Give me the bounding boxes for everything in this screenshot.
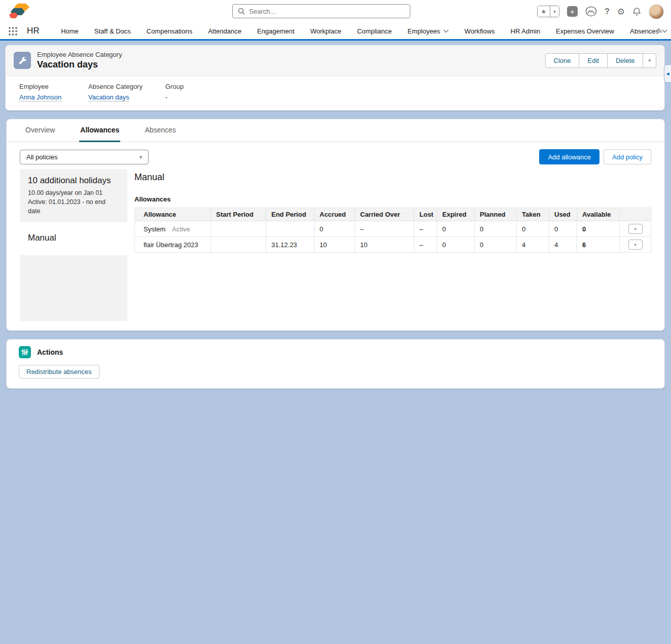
allowances-card: Overview Allowances Absences All policie…: [6, 119, 665, 331]
allowances-table-title: Allowances: [134, 195, 651, 203]
redistribute-absences-button[interactable]: Redistribute absences: [19, 365, 99, 379]
col-allowance: Allowance: [135, 208, 211, 221]
nav-item-employees[interactable]: Employees: [408, 27, 449, 35]
add-policy-button[interactable]: Add policy: [604, 149, 651, 164]
guidance-center-icon[interactable]: [585, 6, 597, 17]
record-title: Vacation days: [37, 59, 122, 70]
tab-bar: Overview Allowances Absences: [7, 119, 664, 142]
flair-logo-icon[interactable]: [9, 3, 30, 20]
nav-item-compensations[interactable]: Compensations: [147, 27, 192, 35]
app-launcher-icon[interactable]: [8, 26, 18, 36]
edit-nav-pencil-icon[interactable]: ✎: [657, 27, 663, 35]
app-name: HR: [27, 26, 40, 36]
nav-item-staff-docs[interactable]: Staff & Docs: [94, 27, 131, 35]
employee-link[interactable]: Anna Johnson: [19, 93, 61, 101]
select-caret-icon: ▾: [139, 154, 142, 160]
global-actions-plus-icon[interactable]: +: [567, 6, 578, 17]
global-search: [232, 4, 410, 18]
global-header: ★ ▾ + ? ⚙: [0, 0, 671, 23]
chevron-down-icon: [443, 29, 449, 33]
add-allowance-button[interactable]: Add allowance: [539, 149, 599, 164]
policy-filter-select[interactable]: All policies ▾: [20, 150, 149, 164]
search-icon: [238, 8, 245, 15]
col-row-actions: [620, 208, 651, 221]
nav-items: Home Staff & Docs Compensations Attendan…: [61, 27, 671, 35]
field-label-group: Group: [165, 83, 184, 90]
table-row: SystemActive 0 – – 0 0 0 0 0 ▾: [135, 221, 651, 237]
row-actions-dropdown-icon[interactable]: ▾: [628, 224, 643, 234]
nav-item-attendance[interactable]: Attendance: [208, 27, 241, 35]
policy-detail-heading: Manual: [134, 169, 651, 183]
policy-item-manual[interactable]: Manual: [20, 223, 127, 255]
allowances-table: Allowance Start Period End Period Accrue…: [134, 208, 651, 253]
actions-sliders-icon: [19, 346, 31, 358]
group-value: -: [165, 93, 167, 101]
search-input[interactable]: [249, 8, 405, 15]
tab-overview[interactable]: Overview: [24, 119, 56, 142]
nav-item-expenses-overview[interactable]: Expenses Overview: [556, 27, 614, 35]
policy-detail: Manual Allowances Allowance Start Period…: [127, 169, 651, 321]
col-planned: Planned: [475, 208, 517, 221]
tab-allowances[interactable]: Allowances: [79, 119, 120, 142]
col-start-period: Start Period: [211, 208, 266, 221]
help-icon[interactable]: ?: [605, 7, 610, 16]
record-entity-label: Employee Absence Category: [37, 51, 122, 58]
favorites-star-icon[interactable]: ★: [538, 6, 550, 17]
col-available: Available: [577, 208, 620, 221]
favorites-group: ★ ▾: [537, 6, 559, 17]
row-actions-dropdown-icon[interactable]: ▾: [628, 240, 643, 250]
field-label-absence-category: Absence Category: [88, 83, 165, 90]
actions-title: Actions: [37, 348, 63, 356]
clone-button[interactable]: Clone: [545, 53, 580, 68]
col-accrued: Accrued: [314, 208, 355, 221]
policy-list: 10 additional holidays 10.00 days/year o…: [20, 169, 127, 321]
table-row: flair Übertrag 2023 31.12.23 10 10 – 0 0…: [135, 237, 651, 253]
nav-item-hr-admin[interactable]: HR Admin: [511, 27, 541, 35]
caret-left-icon: ◀: [666, 72, 669, 76]
nav-item-home[interactable]: Home: [61, 27, 79, 35]
record-fields: Employee Anna Johnson Absence Category V…: [6, 76, 664, 110]
absence-category-object-icon: [14, 52, 31, 69]
col-used: Used: [549, 208, 577, 221]
notifications-bell-icon[interactable]: [632, 7, 641, 16]
record-actions-dropdown-icon[interactable]: ▾: [643, 53, 656, 68]
table-header-row: Allowance Start Period End Period Accrue…: [135, 208, 651, 221]
header-actions: ★ ▾ + ? ⚙: [537, 0, 664, 23]
user-avatar[interactable]: [649, 4, 664, 19]
col-lost: Lost: [414, 208, 437, 221]
tab-absences[interactable]: Absences: [144, 119, 176, 142]
col-end-period: End Period: [266, 208, 314, 221]
allowance-name: System: [144, 225, 165, 233]
app-navbar: HR Home Staff & Docs Compensations Atten…: [0, 23, 671, 41]
status-badge: Active: [172, 225, 190, 233]
allowance-name: flair Übertrag 2023: [144, 241, 198, 249]
nav-item-workflows[interactable]: Workflows: [465, 27, 495, 35]
field-label-employee: Employee: [19, 83, 88, 90]
nav-item-engagement[interactable]: Engagement: [257, 27, 295, 35]
favorites-dropdown-icon[interactable]: ▾: [550, 6, 559, 17]
setup-gear-icon[interactable]: ⚙: [617, 7, 625, 17]
split-view-collapse-handle[interactable]: ◀: [664, 64, 671, 83]
allowances-toolbar: All policies ▾ Add allowance Add policy: [20, 149, 651, 164]
main-content: Employee Absence Category Vacation days …: [0, 45, 671, 389]
col-taken: Taken: [517, 208, 549, 221]
record-header-card: Employee Absence Category Vacation days …: [5, 45, 665, 111]
col-expired: Expired: [437, 208, 475, 221]
actions-card: Actions Redistribute absences: [6, 339, 665, 389]
record-action-buttons: Clone Edit Delete ▾: [545, 53, 656, 68]
record-highlights: Employee Absence Category Vacation days …: [6, 45, 664, 76]
col-carried-over: Carried Over: [355, 208, 414, 221]
nav-item-compliance[interactable]: Compliance: [357, 27, 392, 35]
nav-item-workplace[interactable]: Workplace: [310, 27, 341, 35]
delete-button[interactable]: Delete: [608, 53, 644, 68]
policy-item-additional-holidays[interactable]: 10 additional holidays 10.00 days/year o…: [20, 169, 127, 223]
edit-button[interactable]: Edit: [579, 53, 607, 68]
absence-category-link[interactable]: Vacation days: [88, 93, 129, 101]
